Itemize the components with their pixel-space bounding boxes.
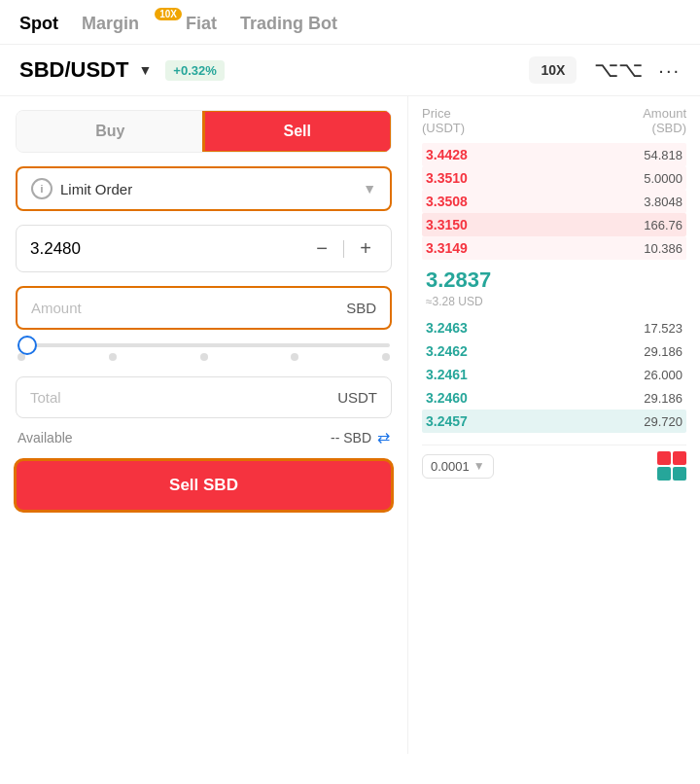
pair-dropdown-arrow[interactable]: ▼ (138, 62, 152, 78)
slider-dot-100 (382, 353, 390, 361)
ask-amount: 54.818 (644, 148, 682, 162)
top-navigation: Spot Margin 10X Fiat Trading Bot (0, 0, 700, 45)
bid-amount: 26.000 (644, 368, 682, 382)
bid-price: 3.2460 (426, 390, 468, 406)
ask-row: 3.3508 3.8048 (422, 190, 686, 213)
mid-price: 3.2837 (426, 267, 491, 293)
ask-row: 3.3510 5.0000 (422, 166, 686, 190)
bid-price: 3.2463 (426, 320, 468, 336)
ob-amount-unit: (SBD) (643, 121, 686, 135)
price-increment-button[interactable]: + (354, 237, 377, 260)
ask-price: 3.3508 (426, 194, 468, 209)
slider-track[interactable] (18, 343, 390, 347)
sell-tab[interactable]: Sell (204, 111, 392, 152)
orderbook-bottom-controls: 0.0001 ▼ (422, 445, 686, 486)
bid-row: 3.2463 17.523 (422, 316, 686, 339)
available-row: Available -- SBD ⇄ (16, 428, 392, 446)
bid-amount: 29.186 (644, 391, 682, 406)
trading-pair[interactable]: SBD/USDT (19, 57, 128, 83)
bid-price: 3.2462 (426, 343, 468, 359)
bid-amount: 29.186 (644, 344, 682, 359)
bid-row: 3.2462 29.186 (422, 339, 686, 363)
bid-price: 3.2457 (426, 413, 468, 429)
mid-price-usd: ≈3.28 USD (426, 295, 483, 308)
price-divider (343, 240, 344, 258)
ob-amount-col-header: Amount (SBD) (643, 106, 686, 135)
chart-icon[interactable]: ⌥⌥ (594, 57, 643, 83)
ask-amount: 3.8048 (644, 195, 682, 209)
amount-currency: SBD (346, 300, 376, 316)
order-type-label: Limit Order (60, 181, 132, 197)
ask-price: 3.3149 (426, 240, 468, 256)
sell-button[interactable]: Sell SBD (16, 460, 392, 511)
total-currency: USDT (337, 389, 377, 406)
view-bar-3 (657, 467, 671, 481)
amount-input-row[interactable]: Amount SBD (16, 286, 392, 330)
view-icon-grid (657, 451, 686, 481)
ask-row: 3.3149 10.386 (422, 236, 686, 260)
tick-dropdown-arrow: ▼ (473, 459, 485, 473)
nav-tab-margin[interactable]: Margin 10X (82, 14, 162, 34)
view-bar-4 (673, 467, 686, 481)
price-decrement-button[interactable]: − (310, 237, 333, 260)
buy-sell-tabs: Buy Sell (16, 110, 392, 153)
order-type-selector[interactable]: i Limit Order ▼ (16, 166, 392, 211)
bid-row: 3.2461 26.000 (422, 363, 686, 386)
order-type-arrow: ▼ (363, 181, 376, 196)
ask-price: 3.3510 (426, 170, 468, 186)
bid-row: 3.2460 29.186 (422, 386, 686, 410)
view-bar-1 (657, 451, 671, 465)
ask-price: 3.3150 (426, 217, 468, 232)
bid-row: 3.2457 29.720 (422, 410, 686, 433)
buy-tab[interactable]: Buy (17, 111, 204, 152)
price-change-badge: +0.32% (165, 60, 224, 81)
total-row: Total USDT (16, 376, 392, 418)
bid-amount: 29.720 (644, 414, 682, 429)
ask-amount: 5.0000 (644, 171, 682, 186)
orderbook-panel: Price (USDT) Amount (SBD) 3.4428 54.818 … (408, 96, 700, 754)
ask-row: 3.4428 54.818 (422, 143, 686, 166)
nav-tab-fiat[interactable]: Fiat (186, 14, 217, 34)
ask-row: 3.3150 166.76 (422, 213, 686, 236)
amount-slider-row[interactable] (16, 343, 392, 361)
nav-tab-spot[interactable]: Spot (19, 14, 58, 34)
available-amount: -- SBD (331, 430, 371, 445)
main-layout: Buy Sell i Limit Order ▼ 3.2480 − + Amou… (0, 96, 700, 754)
amount-placeholder: Amount (31, 300, 82, 316)
bids-list: 3.2463 17.523 3.2462 29.186 3.2461 26.00… (422, 316, 686, 433)
orderbook-header: Price (USDT) Amount (SBD) (422, 106, 686, 135)
asks-list: 3.4428 54.818 3.3510 5.0000 3.3508 3.804… (422, 143, 686, 260)
margin-badge: 10X (155, 8, 182, 20)
available-label: Available (18, 430, 73, 445)
order-type-icon: i (31, 178, 52, 199)
ob-price-col-header: Price (USDT) (422, 106, 465, 135)
trade-form-panel: Buy Sell i Limit Order ▼ 3.2480 − + Amou… (0, 96, 408, 754)
ask-price: 3.4428 (426, 147, 468, 162)
nav-tab-trading-bot[interactable]: Trading Bot (240, 14, 337, 34)
more-options-icon[interactable]: ··· (658, 59, 681, 82)
orderbook-view-toggle[interactable] (657, 451, 686, 481)
slider-dot-75 (291, 353, 298, 361)
slider-thumb[interactable] (18, 336, 37, 355)
mid-price-row: 3.2837 ≈3.28 USD (422, 260, 686, 316)
slider-dot-25 (109, 353, 117, 361)
ask-amount: 166.76 (644, 218, 682, 232)
total-label: Total (30, 389, 61, 406)
view-bar-2 (673, 451, 686, 465)
leverage-button[interactable]: 10X (529, 56, 577, 84)
price-input-row: 3.2480 − + (16, 225, 392, 272)
pair-header: SBD/USDT ▼ +0.32% 10X ⌥⌥ ··· (0, 45, 700, 96)
ask-amount: 10.386 (644, 241, 682, 256)
available-value: -- SBD ⇄ (331, 428, 390, 446)
bid-price: 3.2461 (426, 367, 468, 382)
bid-amount: 17.523 (644, 321, 682, 336)
slider-dot-50 (200, 353, 208, 361)
ob-amount-label: Amount (643, 106, 686, 121)
ob-price-label: Price (422, 106, 465, 121)
price-value[interactable]: 3.2480 (30, 239, 310, 259)
transfer-icon[interactable]: ⇄ (377, 428, 390, 446)
tick-value: 0.0001 (431, 459, 470, 474)
slider-dots (18, 353, 390, 361)
tick-size-selector[interactable]: 0.0001 ▼ (422, 454, 494, 479)
ob-price-unit: (USDT) (422, 121, 465, 135)
